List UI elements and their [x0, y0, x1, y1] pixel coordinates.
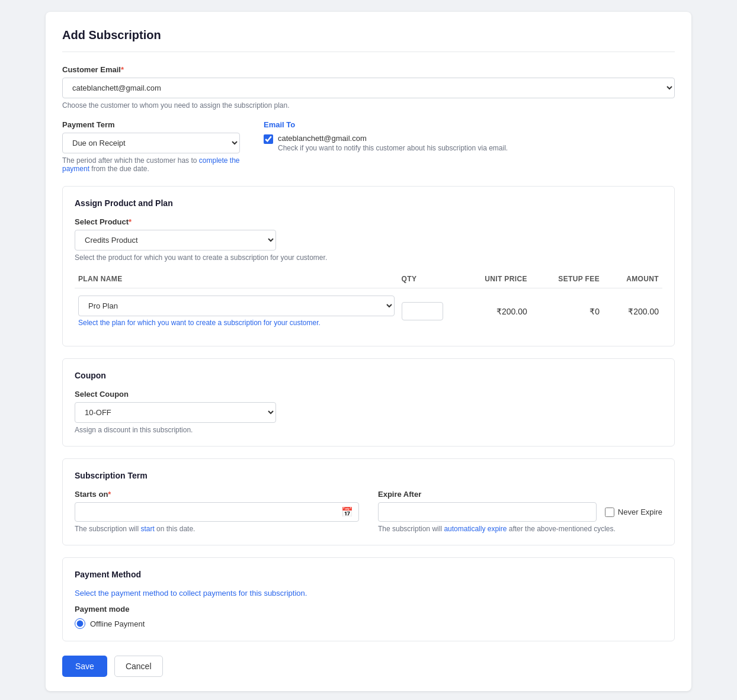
never-expire-checkbox[interactable] [605, 508, 614, 517]
select-product-help: Select the product for which you want to… [75, 253, 662, 262]
plan-amount: ₹200.00 [603, 288, 662, 335]
email-to-title: Email To [264, 120, 675, 129]
customer-email-select[interactable]: cateblanchett@gmail.com [62, 78, 675, 98]
select-product-label: Select Product* [75, 217, 662, 226]
col-setup-fee: SETUP FEE [531, 270, 603, 288]
expire-after-input[interactable]: 9 [378, 502, 597, 522]
email-to-hint: Check if you want to notify this custome… [278, 144, 508, 152]
payment-term-help: The period after which the customer has … [62, 156, 240, 173]
starts-on-input[interactable]: 2021-02-12 [75, 502, 359, 522]
payment-term-label: Payment Term [62, 120, 240, 129]
payment-method-title: Payment Method [75, 570, 662, 579]
save-button[interactable]: Save [62, 656, 107, 677]
expire-after-help: The subscription will automatically expi… [378, 525, 662, 533]
plan-qty-cell: 1 [398, 288, 457, 335]
email-to-address: cateblanchett@gmail.com [278, 134, 508, 143]
coupon-title: Coupon [75, 371, 662, 380]
payment-method-section: Payment Method Select the payment method… [62, 557, 675, 641]
col-unit-price: UNIT PRICE [457, 270, 531, 288]
page-title: Add Subscription [62, 28, 675, 52]
subscription-term-section: Subscription Term Starts on* 2021-02-12 … [62, 458, 675, 545]
footer-buttons: Save Cancel [62, 656, 675, 677]
subscription-term-title: Subscription Term [75, 471, 662, 480]
plan-hint: Select the plan for which you want to cr… [78, 319, 395, 327]
email-to-checkbox[interactable] [264, 134, 273, 144]
customer-email-label: Customer Email* [62, 65, 675, 74]
cancel-button[interactable]: Cancel [114, 656, 163, 677]
never-expire-label: Never Expire [618, 508, 662, 516]
coupon-help: Assign a discount in this subscription. [75, 426, 662, 434]
select-product-select[interactable]: Credits Product [75, 230, 276, 251]
plan-name-cell: Pro Plan Select the plan for which you w… [75, 288, 398, 335]
expire-after-label: Expire After [378, 490, 662, 499]
payment-term-select[interactable]: Due on Receipt [62, 133, 240, 153]
offline-payment-radio[interactable] [75, 618, 85, 629]
plan-row: Pro Plan Select the plan for which you w… [75, 288, 662, 335]
col-amount: AMOUNT [603, 270, 662, 288]
payment-mode-label: Payment mode [75, 605, 662, 614]
payment-method-desc: Select the payment method to collect pay… [75, 589, 662, 598]
select-coupon-select[interactable]: 10-OFF [75, 402, 276, 423]
assign-product-section: Assign Product and Plan Select Product* … [62, 186, 675, 346]
offline-payment-label: Offline Payment [90, 619, 145, 628]
customer-email-help: Choose the customer to whom you need to … [62, 101, 675, 110]
plan-setup-fee: ₹0 [531, 288, 603, 335]
starts-on-label: Starts on* [75, 490, 359, 499]
calendar-icon[interactable]: 📅 [341, 506, 353, 518]
col-qty: QTY [398, 270, 457, 288]
assign-product-title: Assign Product and Plan [75, 198, 662, 208]
coupon-section: Coupon Select Coupon 10-OFF Assign a dis… [62, 358, 675, 447]
plan-name-select[interactable]: Pro Plan [78, 296, 395, 316]
starts-on-help: The subscription will start on this date… [75, 525, 359, 533]
select-coupon-label: Select Coupon [75, 390, 662, 399]
plan-unit-price: ₹200.00 [457, 288, 531, 335]
add-subscription-form: Add Subscription Customer Email* catebla… [46, 12, 691, 691]
plan-qty-input[interactable]: 1 [402, 302, 443, 320]
col-plan-name: PLAN NAME [75, 270, 398, 288]
plan-table: PLAN NAME QTY UNIT PRICE SETUP FEE AMOUN… [75, 270, 662, 334]
